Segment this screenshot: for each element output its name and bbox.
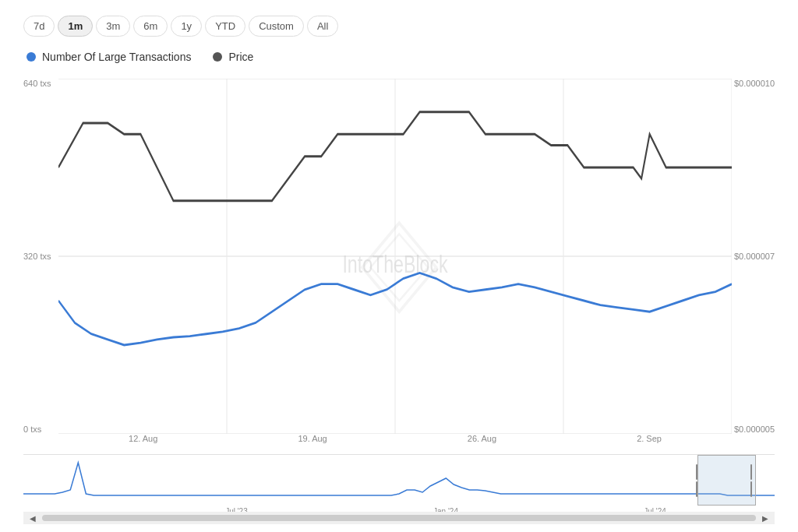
mini-chart-wrapper: Jul '23 Jan '24 Jul '24 ◀ ▶: [23, 454, 775, 524]
y-axis-right: $0.000010 $0.000007 $0.000005: [732, 79, 775, 434]
x-label-1: 19. Aug: [298, 434, 327, 451]
legend-dot-price: [213, 52, 222, 62]
scroll-thumb[interactable]: [42, 515, 756, 521]
y-left-mid: 320 txs: [23, 252, 51, 261]
main-chart-svg-container: IntoTheBlock: [58, 79, 732, 434]
legend-label-price: Price: [228, 51, 253, 63]
y-right-bot: $0.000005: [734, 425, 775, 434]
mini-chart-svg: [23, 455, 775, 506]
filter-ytd[interactable]: YTD: [205, 16, 245, 37]
x-label-2: 26. Aug: [468, 434, 496, 451]
x-axis-labels: 12. Aug 19. Aug 26. Aug 2. Sep: [58, 434, 732, 451]
navigator-right-handle[interactable]: [747, 455, 756, 506]
mini-transactions-line: [23, 463, 775, 495]
filter-3m[interactable]: 3m: [96, 16, 130, 37]
scroll-left-arrow[interactable]: ◀: [26, 514, 39, 523]
x-label-3: 2. Sep: [637, 434, 662, 451]
filter-1y[interactable]: 1y: [171, 16, 202, 37]
scroll-bar: ◀ ▶: [23, 512, 775, 524]
y-right-top: $0.000010: [734, 79, 775, 88]
y-left-top: 640 txs: [23, 79, 51, 88]
filter-1m[interactable]: 1m: [58, 16, 93, 37]
y-left-bot: 0 txs: [23, 425, 41, 434]
legend-dot-transactions: [26, 52, 36, 62]
chart-legend: Number Of Large Transactions Price: [23, 51, 775, 63]
navigator-left-handle[interactable]: [692, 455, 701, 506]
main-container: 7d 1m 3m 6m 1y YTD Custom All Number Of …: [0, 0, 798, 532]
y-axis-left: 640 txs 320 txs 0 txs: [23, 79, 58, 434]
scroll-right-arrow[interactable]: ▶: [759, 514, 772, 523]
legend-transactions: Number Of Large Transactions: [26, 51, 191, 63]
x-label-0: 12. Aug: [129, 434, 157, 451]
y-right-mid: $0.000007: [734, 252, 775, 261]
main-chart-wrapper: 640 txs 320 txs 0 txs $0.000010 $0.00000…: [23, 79, 775, 451]
chart-area: 640 txs 320 txs 0 txs $0.000010 $0.00000…: [23, 79, 775, 524]
legend-price: Price: [213, 51, 253, 63]
filter-7d[interactable]: 7d: [23, 16, 55, 37]
main-chart-svg: IntoTheBlock: [58, 79, 732, 434]
filter-custom[interactable]: Custom: [249, 16, 304, 37]
time-filter-bar: 7d 1m 3m 6m 1y YTD Custom All: [23, 16, 775, 37]
svg-text:IntoTheBlock: IntoTheBlock: [342, 251, 447, 278]
filter-6m[interactable]: 6m: [133, 16, 168, 37]
filter-all[interactable]: All: [307, 16, 338, 37]
legend-label-transactions: Number Of Large Transactions: [42, 51, 191, 63]
